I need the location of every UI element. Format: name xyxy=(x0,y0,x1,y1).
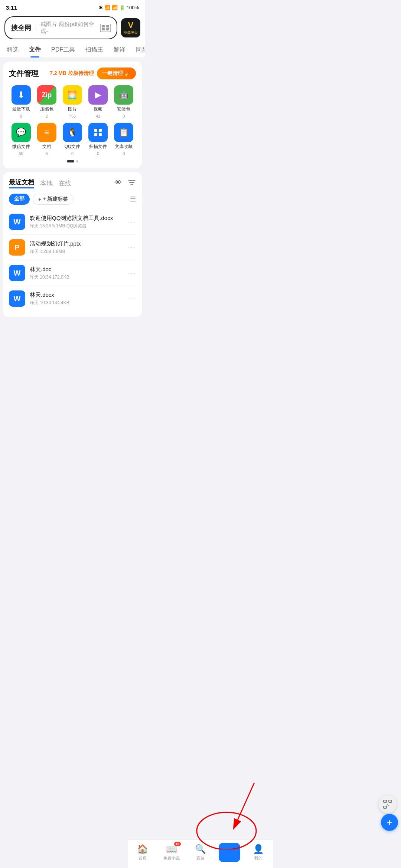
doc-item-1[interactable]: W 欢迎使用QQ浏览器文档工具.docx 昨天 15:28 5.1MB QQ浏览… xyxy=(9,209,136,235)
file-item-doc[interactable]: ≡ 文档 5 xyxy=(35,123,59,156)
tab-recent[interactable]: 最近文档 xyxy=(9,178,34,188)
doc-info-2: 活动规划幻灯片.pptx 昨天 15:08 1.9MB xyxy=(30,240,124,255)
word-icon-3: W xyxy=(9,265,25,281)
tag-bar: 全部 + + 新建标签 ☰ xyxy=(9,194,136,205)
search-hint: 戒图片 两份pdf如何合成- xyxy=(40,21,97,35)
signal-icon: 📶 xyxy=(112,5,118,10)
more-icon-4[interactable]: ··· xyxy=(128,295,136,303)
scan-label: 扫描文件 xyxy=(89,144,107,150)
clean-button[interactable]: 一键清理 🧹 xyxy=(97,68,136,79)
scan-icon[interactable] xyxy=(100,24,111,32)
tag-new[interactable]: + + 新建标签 xyxy=(33,194,74,205)
recent-docs-card: 最近文档 本地 在线 👁 全部 + xyxy=(3,172,142,317)
tab-local[interactable]: 本地 xyxy=(40,179,53,188)
junk-label: 垃圾待清理 xyxy=(68,70,94,76)
word-icon-1: W xyxy=(9,214,25,230)
tab-online[interactable]: 在线 xyxy=(59,179,71,188)
video-icon: ▶ xyxy=(88,85,108,105)
bluetooth-icon: ✱ xyxy=(99,5,103,10)
ppt-icon-2: P xyxy=(9,239,25,256)
doc-name-2: 活动规划幻灯片.pptx xyxy=(30,240,124,247)
doc-meta-3: 昨天 10:34 172.0KB xyxy=(30,274,124,280)
card-header: 文件管理 7.2 MB 垃圾待清理 一键清理 🧹 xyxy=(9,68,136,79)
vip-center-button[interactable]: V 权益中心 xyxy=(121,18,140,37)
download-label: 最近下载 xyxy=(12,106,30,112)
apk-icon: 🤖 xyxy=(114,85,133,105)
list-view-icon[interactable]: ☰ xyxy=(130,195,136,203)
file-item-scan[interactable]: 扫描文件 0 xyxy=(86,123,110,156)
doc-meta-2: 昨天 15:08 1.9MB xyxy=(30,249,124,255)
vip-v-letter: V xyxy=(128,21,134,29)
image-count: 756 xyxy=(69,114,76,118)
tab-wenjian[interactable]: 文件 xyxy=(24,42,46,57)
docs-header: 最近文档 本地 在线 👁 xyxy=(9,178,136,188)
library-icon: 📋 xyxy=(114,123,133,142)
battery-icon: 🔋 xyxy=(119,5,125,10)
file-management-card: 文件管理 7.2 MB 垃圾待清理 一键清理 🧹 ⬇ 最近下载 0 Zip xyxy=(3,62,142,168)
file-item-library[interactable]: 📋 文库收藏 0 xyxy=(112,123,136,156)
junk-size: 7.2 MB 垃圾待清理 xyxy=(50,70,94,77)
tab-pdf[interactable]: PDF工具 xyxy=(46,42,80,57)
doc-label: 文档 xyxy=(42,144,51,150)
file-item-video[interactable]: ▶ 视频 41 xyxy=(86,85,110,118)
svg-rect-4 xyxy=(106,28,109,30)
svg-rect-5 xyxy=(94,129,97,132)
scan-count: 0 xyxy=(97,151,99,156)
tag-all[interactable]: 全部 xyxy=(9,194,30,205)
doc-item-3[interactable]: W 林天.doc 昨天 10:34 172.0KB ··· xyxy=(9,260,136,286)
svg-rect-0 xyxy=(100,24,111,32)
file-item-image[interactable]: 🌅 图片 756 xyxy=(60,85,84,118)
zip-icon: Zip xyxy=(37,85,56,105)
nav-tabs: 精选 文件 PDF工具 扫描王 翻译 同步学 xyxy=(0,42,145,58)
zip-label: 压缩包 xyxy=(40,106,53,112)
filter-icon[interactable] xyxy=(128,178,136,188)
tab-saomiao[interactable]: 扫描王 xyxy=(80,42,108,57)
more-icon-1[interactable]: ··· xyxy=(128,218,136,226)
svg-rect-1 xyxy=(102,25,105,27)
download-icon: ⬇ xyxy=(12,85,31,105)
more-icon-3[interactable]: ··· xyxy=(128,269,136,277)
page-dots xyxy=(9,160,136,162)
tab-fanyi[interactable]: 翻译 xyxy=(108,42,131,57)
junk-info: 7.2 MB 垃圾待清理 一键清理 🧹 xyxy=(50,68,136,79)
tab-tongbu[interactable]: 同步学 xyxy=(131,42,145,57)
file-grid-row1: ⬇ 最近下载 0 Zip 压缩包 2 🌅 图片 756 ▶ 视频 41 🤖 xyxy=(9,85,136,118)
status-bar: 3:11 ✱ 📶 📶 🔋 100% xyxy=(0,0,145,13)
doc-meta-4: 昨天 10:34 144.4KB xyxy=(30,300,124,306)
wechat-icon: 💬 xyxy=(12,123,31,142)
doc-item-4[interactable]: W 林天.docx 昨天 10:34 144.4KB ··· xyxy=(9,286,136,311)
video-label: 视频 xyxy=(94,106,102,112)
doc-name-3: 林天.doc xyxy=(30,266,124,273)
svg-rect-3 xyxy=(102,28,105,30)
svg-rect-8 xyxy=(99,133,102,136)
battery-percent: 100% xyxy=(127,5,139,10)
tab-jingxuan[interactable]: 精选 xyxy=(1,42,24,57)
svg-rect-2 xyxy=(106,25,109,27)
file-item-zip[interactable]: Zip 压缩包 2 xyxy=(35,85,59,118)
apk-label: 安装包 xyxy=(117,106,130,112)
qq-icon: 🐧 xyxy=(63,123,82,142)
word-icon-4: W xyxy=(9,290,25,307)
tag-pills: 全部 + + 新建标签 xyxy=(9,194,74,205)
broom-icon: 🧹 xyxy=(124,70,131,76)
search-box[interactable]: 搜全网 戒图片 两份pdf如何合成- xyxy=(4,16,117,39)
file-item-wechat[interactable]: 💬 微信文件 50 xyxy=(9,123,33,156)
wechat-count: 50 xyxy=(19,151,23,156)
image-icon: 🌅 xyxy=(63,85,82,105)
eye-icon[interactable]: 👁 xyxy=(114,178,122,188)
docs-actions: 👁 xyxy=(114,178,136,188)
svg-rect-6 xyxy=(99,129,102,132)
file-item-qq[interactable]: 🐧 QQ文件 0 xyxy=(60,123,84,156)
doc-meta-1: 昨天 15:28 5.1MB QQ浏览器 xyxy=(30,223,124,229)
file-item-apk[interactable]: 🤖 安装包 0 xyxy=(112,85,136,118)
docs-tabs: 最近文档 本地 在线 xyxy=(9,178,71,188)
dot-inactive xyxy=(76,160,78,162)
doc-item-2[interactable]: P 活动规划幻灯片.pptx 昨天 15:08 1.9MB ··· xyxy=(9,235,136,260)
more-icon-2[interactable]: ··· xyxy=(128,244,136,251)
doc-list: W 欢迎使用QQ浏览器文档工具.docx 昨天 15:28 5.1MB QQ浏览… xyxy=(9,209,136,311)
doc-info-1: 欢迎使用QQ浏览器文档工具.docx 昨天 15:28 5.1MB QQ浏览器 xyxy=(30,215,124,229)
video-count: 41 xyxy=(96,114,100,118)
dot-active xyxy=(67,160,74,162)
file-item-download[interactable]: ⬇ 最近下载 0 xyxy=(9,85,33,118)
file-grid-row2: 💬 微信文件 50 ≡ 文档 5 🐧 QQ文件 0 xyxy=(9,123,136,156)
